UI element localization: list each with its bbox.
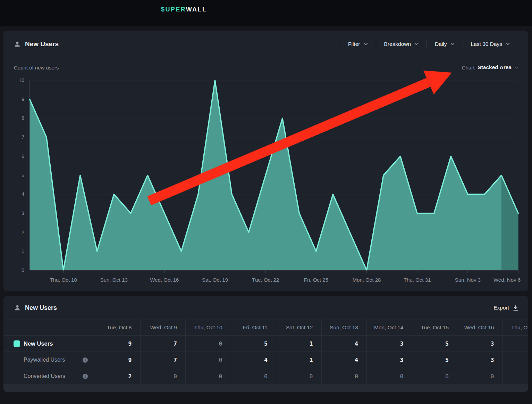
horizontal-scrollbar[interactable]: [3, 385, 528, 392]
cell-value: 2: [128, 373, 132, 380]
cell-value: 3: [491, 357, 494, 363]
column-header: Mon, Oct 14: [366, 320, 412, 336]
superwall-logo: $UPERWALL: [161, 6, 207, 13]
breakdown-menu[interactable]: Breakdown: [376, 40, 427, 49]
y-axis-label: 4: [22, 191, 24, 197]
cell-value: 0: [355, 373, 358, 380]
table-panel-title: New Users: [25, 304, 57, 312]
column-header: Sat, Oct 12: [276, 320, 321, 336]
table-cell: 3: [457, 336, 503, 352]
column-header: Thu, Oct 10: [185, 320, 231, 336]
y-axis-label: 6: [22, 154, 24, 159]
x-axis-label: Sun, Oct 13: [100, 277, 128, 283]
table-cell: 0: [185, 368, 231, 385]
table-cell: 0: [457, 368, 503, 385]
row-label: Converted Users: [24, 373, 65, 379]
table-cell: 0: [231, 368, 276, 385]
chevron-down-icon: [414, 43, 419, 46]
table-cell: [503, 352, 529, 368]
area-fill: [30, 80, 518, 270]
table-cell: [503, 336, 529, 352]
cell-value: 0: [174, 373, 177, 380]
cell-value: 7: [174, 357, 177, 363]
table-corner-cell: [3, 320, 95, 336]
table-cell: 5: [412, 352, 457, 368]
y-axis-label: 3: [22, 211, 24, 216]
y-axis-label: 1: [22, 248, 24, 254]
cell-value: 9: [128, 357, 132, 363]
logo-dollar-part: $UPER: [161, 6, 186, 13]
cell-value: 0: [491, 373, 494, 380]
area-fill-incomplete-day: [501, 175, 518, 271]
chart-toolbar: Filter Breakdown Daily Last 30 Days: [340, 40, 528, 49]
chevron-down-icon: [515, 66, 518, 69]
cell-value: 0: [219, 357, 222, 363]
person-icon: [14, 41, 20, 47]
x-axis-label: Tue, Oct 22: [252, 277, 279, 283]
x-axis-label: Thu, Oct 31: [404, 277, 431, 283]
table-cell: 5: [231, 336, 276, 352]
table-cell: 0: [276, 368, 321, 385]
logo-wall-part: WALL: [186, 6, 207, 13]
chevron-down-icon: [450, 43, 455, 46]
cell-value: 0: [445, 373, 449, 380]
export-button[interactable]: Export: [493, 305, 528, 311]
table-cell: 3: [457, 352, 503, 368]
column-header: Wed, Oct 16: [457, 320, 503, 336]
granularity-menu[interactable]: Daily: [427, 40, 462, 49]
table-cell: 5: [412, 336, 457, 352]
cell-value: 3: [491, 340, 494, 347]
table-cell: 2: [95, 368, 140, 385]
table-cell: 0: [366, 368, 412, 385]
table-cell: 0: [185, 352, 231, 368]
column-header: Wed, Oct 9: [140, 320, 186, 336]
cell-value: 9: [128, 340, 132, 347]
person-icon: [14, 305, 20, 311]
cell-value: 4: [264, 357, 268, 363]
chart-panel-header: New Users Filter Breakdown Daily Last 30…: [3, 31, 528, 58]
info-icon[interactable]: i: [83, 357, 88, 363]
table-cell: 0: [412, 368, 457, 385]
table-cell: [503, 368, 529, 385]
y-axis-label: 8: [22, 115, 24, 121]
cell-value: 0: [219, 340, 222, 347]
cell-value: 0: [264, 373, 268, 380]
row-label: Paywalled Users: [24, 357, 65, 363]
y-axis-label: 0: [22, 267, 24, 273]
column-header: Tue, Oct 15: [412, 320, 457, 336]
y-axis-label: 5: [22, 173, 24, 178]
annotation-arrow-shaft: [149, 82, 429, 201]
row-label-cell: Converted Usersi: [3, 368, 95, 385]
row-label-cell: New Users: [3, 336, 95, 352]
filter-menu[interactable]: Filter: [340, 40, 375, 49]
info-icon[interactable]: i: [83, 374, 88, 379]
cell-value: 1: [310, 340, 313, 347]
table-cell: 7: [140, 336, 186, 352]
column-header: Fri, Oct 11: [231, 320, 276, 336]
row-label: New Users: [24, 340, 53, 347]
download-icon: [513, 305, 518, 311]
column-header: Thu, Oct 17: [503, 320, 529, 336]
date-range-menu[interactable]: Last 30 Days: [463, 40, 518, 49]
y-axis-label: 10: [19, 77, 24, 83]
table-cell: 4: [321, 352, 367, 368]
x-axis-label: Wed, Oct 16: [150, 277, 179, 283]
chart-type-selector[interactable]: Chart Stacked Area: [462, 64, 518, 71]
table-cell: 1: [276, 336, 321, 352]
x-axis-label: Thu, Oct 10: [50, 277, 77, 283]
chevron-down-icon: [364, 43, 368, 46]
column-header: Sun, Oct 13: [321, 320, 367, 336]
cell-value: 7: [174, 340, 177, 347]
cell-value: 5: [445, 357, 449, 363]
table-cell: 0: [140, 368, 186, 385]
table-cell: 1: [276, 352, 321, 368]
y-axis-label: 9: [22, 97, 24, 102]
chart-panel-title: New Users: [25, 40, 59, 48]
table-cell: 9: [95, 336, 140, 352]
chart-subtitle: Count of new users: [14, 65, 59, 71]
y-axis-label: 7: [22, 134, 24, 140]
cell-value: 0: [310, 373, 313, 380]
y-axis-label: 2: [22, 230, 24, 235]
cell-value: 5: [264, 340, 268, 347]
table-cell: 0: [185, 336, 231, 352]
